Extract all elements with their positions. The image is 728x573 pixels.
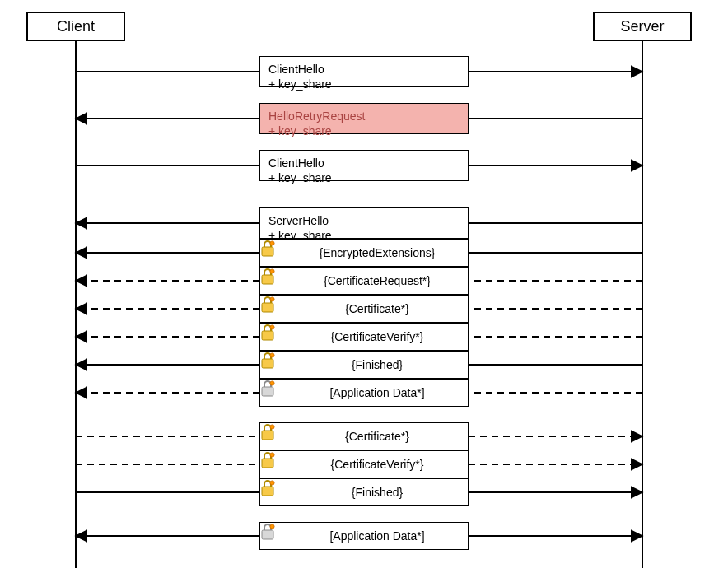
message-m3: ClientHello+ key_share [259, 150, 469, 181]
message-line1: ClientHello [268, 62, 460, 77]
actor-server: Server [593, 12, 692, 41]
svg-point-13 [270, 425, 274, 429]
message-m14: [Application Data*] [259, 522, 469, 550]
svg-point-11 [270, 381, 274, 385]
svg-rect-6 [262, 331, 273, 340]
message-line1: HelloRetryRequest [268, 109, 460, 123]
message-m12: {CertificateVerify*} [259, 450, 469, 478]
message-line1: ClientHello [268, 156, 460, 170]
svg-point-19 [270, 524, 274, 529]
svg-rect-16 [262, 487, 273, 496]
message-m5: {EncryptedExtensions} [259, 239, 469, 267]
svg-point-1 [270, 241, 274, 245]
svg-rect-2 [262, 275, 273, 284]
svg-point-5 [270, 297, 274, 301]
svg-point-15 [270, 453, 274, 457]
message-m4: ServerHello+ key_share [259, 207, 469, 239]
message-m2: HelloRetryRequest+ key_share [259, 103, 469, 134]
message-label: {Certificate*} [295, 301, 460, 316]
message-label: [Application Data*] [295, 385, 460, 400]
message-m9: {Finished} [259, 351, 469, 379]
message-m13: {Finished} [259, 478, 469, 506]
message-label: [Application Data*] [295, 529, 460, 543]
svg-rect-4 [262, 303, 273, 312]
svg-rect-14 [262, 459, 273, 468]
actor-server-label: Server [620, 18, 664, 35]
message-label: {Certificate*} [295, 429, 460, 444]
svg-rect-10 [262, 387, 273, 396]
message-label: {CertificateRequest*} [295, 273, 460, 288]
message-label: {CertificateVerify*} [295, 457, 460, 472]
message-label: {Finished} [295, 357, 460, 372]
message-line2: + key_share [268, 77, 460, 91]
message-m6: {CertificateRequest*} [259, 267, 469, 295]
svg-point-9 [270, 353, 274, 357]
svg-rect-18 [262, 530, 273, 539]
message-m10: [Application Data*] [259, 379, 469, 407]
svg-point-17 [270, 481, 274, 485]
tls-sequence-diagram: Client Server ClientHello+ key_shareHell… [0, 0, 728, 573]
message-m7: {Certificate*} [259, 295, 469, 323]
message-m1: ClientHello+ key_share [259, 56, 469, 87]
message-m8: {CertificateVerify*} [259, 323, 469, 351]
actor-client-label: Client [57, 18, 95, 35]
svg-point-7 [270, 325, 274, 329]
actor-client: Client [26, 12, 125, 41]
svg-rect-8 [262, 359, 273, 368]
message-label: {EncryptedExtensions} [295, 245, 460, 260]
message-line1: ServerHello [268, 213, 460, 228]
svg-rect-12 [262, 431, 273, 440]
message-line2: + key_share [268, 170, 460, 185]
svg-rect-0 [262, 247, 273, 256]
message-label: {CertificateVerify*} [295, 329, 460, 344]
message-label: {Finished} [295, 485, 460, 500]
message-m11: {Certificate*} [259, 422, 469, 450]
message-line2: + key_share [268, 123, 460, 138]
svg-point-3 [270, 269, 274, 273]
